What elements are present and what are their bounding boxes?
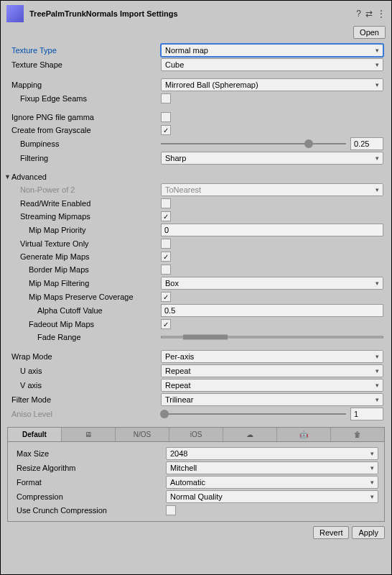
maxsize-label: Max Size: [8, 449, 166, 458]
tab-android[interactable]: 🤖: [277, 428, 331, 441]
uaxis-dropdown[interactable]: Repeat: [161, 364, 383, 377]
crunch-checkbox[interactable]: [166, 505, 176, 515]
bumpiness-label: Bumpiness: [3, 139, 161, 148]
tab-standalone[interactable]: 🖥: [62, 428, 116, 441]
streammip-label: Streaming Mipmaps: [3, 212, 161, 221]
texture-type-dropdown[interactable]: Normal map: [161, 44, 383, 57]
bumpiness-slider[interactable]: [161, 139, 346, 149]
mippriority-label: Mip Map Priority: [3, 226, 161, 234]
fademip-label: Fadeout Mip Maps: [3, 320, 161, 328]
fixup-edge-checkbox[interactable]: [161, 93, 171, 104]
faderange-label: Fade Range: [3, 333, 161, 341]
help-icon[interactable]: ?: [356, 9, 361, 19]
ignore-png-label: Ignore PNG file gamma: [3, 113, 161, 121]
bordermip-label: Border Mip Maps: [3, 265, 161, 274]
mipcov-label: Mip Maps Preserve Coverage: [3, 293, 161, 301]
platform-tabs: Default 🖥 N/OS iOS ☁ 🤖 🗑: [7, 427, 385, 442]
nonpow2-dropdown: ToNearest: [161, 183, 383, 196]
filtermode-dropdown[interactable]: Trilinear: [161, 393, 383, 406]
tab-ios[interactable]: iOS: [169, 428, 223, 441]
preset-icon[interactable]: ⇄: [365, 9, 373, 19]
chevron-down-icon: ▼: [4, 173, 11, 180]
streammip-checkbox[interactable]: ✓: [161, 211, 171, 221]
revert-button[interactable]: Revert: [313, 526, 349, 539]
aniso-slider[interactable]: [161, 409, 346, 419]
ignore-png-checkbox[interactable]: [161, 112, 171, 122]
mipfilter-dropdown[interactable]: Box: [161, 277, 383, 290]
tab-trash[interactable]: 🗑: [331, 428, 384, 441]
wrapmode-dropdown[interactable]: Per-axis: [161, 350, 383, 363]
menu-icon[interactable]: ⋮: [377, 9, 386, 19]
filtering-dropdown[interactable]: Sharp: [161, 152, 383, 165]
page-title: TreePalmTrunkNormals Import Settings: [29, 9, 356, 18]
filtering-label: Filtering: [3, 154, 161, 162]
advanced-foldout[interactable]: ▼Advanced: [3, 171, 389, 183]
filtermode-label: Filter Mode: [3, 395, 161, 404]
genmip-label: Generate Mip Maps: [3, 252, 161, 261]
create-gray-checkbox[interactable]: ✓: [161, 125, 171, 135]
bordermip-checkbox[interactable]: [161, 264, 171, 275]
texture-shape-label: Texture Shape: [3, 60, 161, 69]
resize-dropdown[interactable]: Mitchell: [166, 461, 378, 474]
format-dropdown[interactable]: Automatic: [166, 476, 378, 489]
vaxis-dropdown[interactable]: Repeat: [161, 379, 383, 392]
faderange-slider[interactable]: [161, 332, 383, 342]
readwrite-checkbox[interactable]: [161, 198, 171, 208]
mapping-label: Mapping: [3, 80, 161, 89]
texture-thumbnail-icon: [6, 5, 24, 22]
vaxis-label: V axis: [3, 381, 161, 390]
fixup-edge-label: Fixup Edge Seams: [3, 94, 161, 103]
mipfilter-label: Mip Map Filtering: [3, 279, 161, 288]
nonpow2-label: Non-Power of 2: [3, 185, 161, 194]
tab-nos[interactable]: N/OS: [116, 428, 169, 441]
aniso-label: Aniso Level: [3, 410, 161, 418]
aniso-value[interactable]: 1: [350, 408, 383, 420]
virttex-label: Virtual Texture Only: [3, 239, 161, 248]
create-gray-label: Create from Grayscale: [3, 126, 161, 134]
mapping-dropdown[interactable]: Mirrored Ball (Spheremap): [161, 78, 383, 91]
virttex-checkbox[interactable]: [161, 239, 171, 249]
fademip-checkbox[interactable]: ✓: [161, 319, 171, 329]
mippriority-input[interactable]: [161, 224, 383, 236]
wrapmode-label: Wrap Mode: [3, 352, 161, 361]
uaxis-label: U axis: [3, 367, 161, 375]
resize-label: Resize Algorithm: [8, 464, 166, 472]
texture-shape-dropdown[interactable]: Cube: [161, 58, 383, 71]
crunch-label: Use Crunch Compression: [8, 506, 166, 515]
format-label: Format: [8, 478, 166, 487]
compression-label: Compression: [8, 492, 166, 501]
apply-button[interactable]: Apply: [352, 526, 385, 539]
open-button[interactable]: Open: [353, 26, 386, 39]
tab-cloud[interactable]: ☁: [223, 428, 277, 441]
mipcov-checkbox[interactable]: ✓: [161, 292, 171, 302]
readwrite-label: Read/Write Enabled: [3, 199, 161, 208]
genmip-checkbox[interactable]: ✓: [161, 252, 171, 262]
tab-default[interactable]: Default: [8, 428, 62, 441]
compression-dropdown[interactable]: Normal Quality: [166, 490, 378, 503]
alphacutoff-label: Alpha Cutoff Value: [3, 306, 161, 315]
maxsize-dropdown[interactable]: 2048: [166, 447, 378, 460]
bumpiness-value[interactable]: 0.25: [350, 137, 383, 150]
texture-type-label: Texture Type: [3, 46, 161, 55]
alphacutoff-input[interactable]: [161, 304, 383, 317]
